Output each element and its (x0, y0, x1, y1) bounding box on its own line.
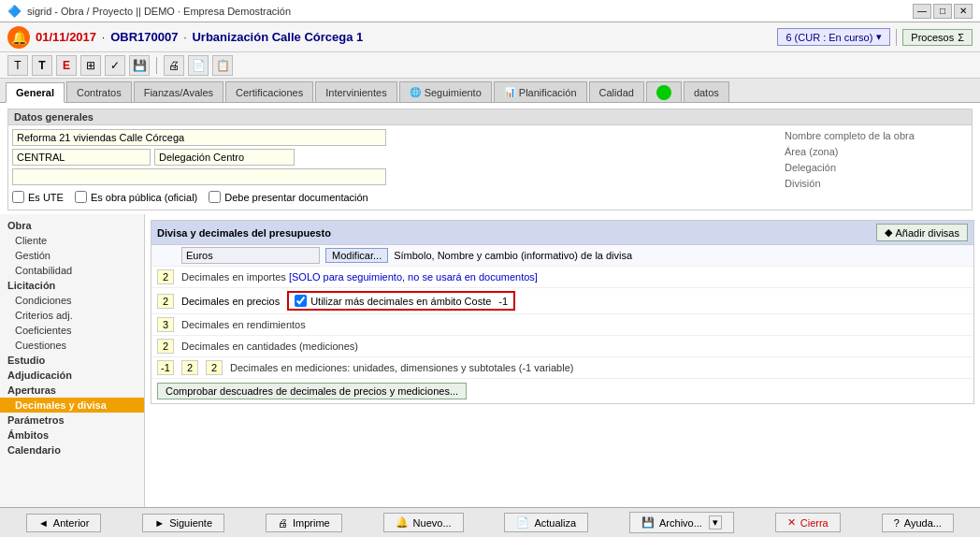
obra-publica-checkbox[interactable] (75, 191, 87, 203)
header-divider (896, 29, 897, 46)
tab-datos[interactable]: datos (684, 81, 729, 102)
archivo-icon: 💾 (641, 516, 655, 529)
app-icon: 🔷 (7, 5, 22, 18)
tab-contratos[interactable]: Contratos (66, 81, 132, 102)
sidebar-section-estudio: Estudio (0, 353, 144, 368)
check-decimales-button[interactable]: Comprobar descuadres de decimales de pre… (157, 383, 467, 399)
decimal-row-precios: 2 Decimales en precios Utilizar más deci… (151, 288, 973, 314)
bell-icon: 🔔 (7, 26, 30, 49)
nuevo-button[interactable]: 🔔 Nuevo... (383, 513, 464, 532)
cierra-button[interactable]: ✕ Cierra (775, 513, 841, 532)
currency-input[interactable] (181, 247, 320, 264)
field-row-2 (12, 149, 777, 166)
tb-print-btn[interactable]: 🖨 (164, 55, 184, 76)
sidebar-item-condiciones[interactable]: Condiciones (0, 293, 144, 308)
sigma-icon: Σ (958, 32, 964, 43)
sidebar-item-gestion[interactable]: Gestión (0, 248, 144, 263)
tb-bold-btn[interactable]: T (32, 55, 52, 76)
tab-datos-label: datos (694, 87, 719, 98)
currency-desc: Símbolo, Nombre y cambio (informativo) d… (394, 250, 632, 261)
status-button[interactable]: 6 (CUR : En curso) ▾ (777, 28, 890, 46)
tab-intervinientes-label: Intervinientes (325, 87, 386, 98)
tab-seguimiento[interactable]: 🌐 Seguimiento (399, 81, 492, 102)
sidebar: Obra Cliente Gestión Contabilidad Licita… (0, 214, 145, 507)
title-bar: 🔷 sigrid - Obra / Proyecto || DEMO · Emp… (0, 0, 980, 22)
documentacion-checkbox-item[interactable]: Debe presentar documentación (209, 191, 368, 203)
tab-calidad[interactable]: Calidad (589, 81, 644, 102)
archivo-dropdown-arrow[interactable]: ▾ (709, 515, 722, 530)
sidebar-item-cliente[interactable]: Cliente (0, 233, 144, 248)
delegacion-input[interactable] (154, 149, 295, 166)
actualiza-button[interactable]: 📄 Actualiza (504, 513, 588, 532)
division-input[interactable] (12, 168, 386, 185)
documentacion-checkbox[interactable] (209, 191, 221, 203)
tb-print2-btn[interactable]: 📄 (188, 55, 209, 76)
datos-generales-header: Datos generales (8, 109, 972, 125)
obra-name-input[interactable] (12, 129, 386, 146)
siguiente-icon: ► (154, 517, 165, 529)
sidebar-item-contabilidad[interactable]: Contabilidad (0, 263, 144, 278)
imprime-button[interactable]: 🖨 Imprime (266, 514, 342, 532)
obra-publica-checkbox-item[interactable]: Es obra pública (oficial) (75, 191, 197, 203)
tb-text-btn[interactable]: T (7, 55, 28, 76)
tab-calidad-label: Calidad (599, 87, 634, 98)
mediciones-num3: 2 (206, 360, 223, 375)
siguiente-button[interactable]: ► Siguiente (142, 514, 224, 532)
tab-green[interactable] (646, 81, 682, 102)
sidebar-item-coeficientes[interactable]: Coeficientes (0, 323, 144, 338)
archivo-button[interactable]: 💾 Archivo... ▾ (629, 512, 734, 533)
anterior-button[interactable]: ◄ Anterior (26, 514, 101, 532)
central-input[interactable] (12, 149, 151, 166)
sidebar-section-aperturas: Aperturas (0, 383, 144, 398)
nuevo-icon: 🔔 (396, 516, 409, 529)
tab-contratos-label: Contratos (77, 87, 122, 98)
euro-currency-row: Modificar... Símbolo, Nombre y cambio (i… (151, 245, 973, 267)
tb-stamp-btn[interactable]: ⊞ (80, 55, 101, 76)
header-left: 🔔 01/11/2017 · OBR170007 · Urbanización … (7, 26, 363, 49)
tab-planificacion[interactable]: 📊 Planificación (494, 81, 587, 102)
mediciones-label: Decimales en mediciones: unidades, dimen… (230, 362, 968, 373)
right-field-4: División (781, 177, 968, 190)
close-button[interactable]: ✕ (954, 4, 973, 19)
tb-save-btn[interactable]: 💾 (129, 55, 150, 76)
field-row-3 (12, 168, 777, 185)
sidebar-item-cuestiones[interactable]: Cuestiones (0, 338, 144, 353)
minimize-button[interactable]: — (913, 4, 931, 19)
ute-checkbox[interactable] (12, 191, 24, 203)
tab-intervinientes[interactable]: Intervinientes (315, 81, 396, 102)
status-label: 6 (CUR : En curso) (785, 32, 872, 43)
tabs-bar: General Contratos Fianzas/Avales Certifi… (0, 79, 980, 103)
tab-certificaciones[interactable]: Certificaciones (225, 81, 313, 102)
more-decimals-label: Utilizar más decimales en ámbito Coste (310, 296, 491, 307)
sidebar-section-adjudicacion: Adjudicación (0, 368, 144, 383)
title-text: sigrid - Obra / Proyecto || DEMO · Empre… (27, 6, 291, 17)
siguiente-label: Siguiente (169, 517, 212, 529)
tab-fianzas[interactable]: Fianzas/Avales (134, 81, 223, 102)
sidebar-item-criterios[interactable]: Criterios adj. (0, 308, 144, 323)
diamond-icon: ◆ (885, 226, 892, 239)
tb-e-btn[interactable]: E (56, 55, 77, 76)
procesos-button[interactable]: Procesos Σ (902, 29, 973, 46)
ayuda-button[interactable]: ? Ayuda... (882, 514, 954, 532)
checkbox-row: Es UTE Es obra pública (oficial) Debe pr… (12, 188, 777, 206)
datos-generales-section: Datos generales Es UTE (7, 109, 973, 210)
maximize-button[interactable]: □ (933, 4, 952, 19)
importes-link[interactable]: [SOLO para seguimiento, no se usará en d… (289, 271, 538, 283)
sidebar-section-licitacion: Licitación (0, 278, 144, 293)
header-separator2: · (183, 32, 186, 43)
tab-planificacion-icon: 📊 (504, 87, 515, 97)
more-decimals-checkbox[interactable] (295, 295, 307, 307)
check-btn-row: Comprobar descuadres de decimales de pre… (151, 379, 973, 403)
tb-print3-btn[interactable]: 📋 (212, 55, 233, 76)
bottom-toolbar: ◄ Anterior ► Siguiente 🖨 Imprime 🔔 Nuevo… (0, 507, 980, 537)
procesos-label: Procesos (911, 32, 954, 43)
modify-button[interactable]: Modificar... (325, 248, 388, 263)
sidebar-item-decimales[interactable]: Decimales y divisa (0, 398, 144, 413)
ute-checkbox-item[interactable]: Es UTE (12, 191, 64, 203)
add-divisa-button[interactable]: ◆ Añadir divisas (876, 224, 968, 241)
title-bar-controls[interactable]: — □ ✕ (913, 4, 973, 19)
tb-check-btn[interactable]: ✓ (105, 55, 125, 76)
ute-label: Es UTE (28, 192, 64, 203)
cantidades-label: Decimales en cantidades (mediciones) (181, 341, 968, 352)
tab-general[interactable]: General (6, 82, 65, 103)
